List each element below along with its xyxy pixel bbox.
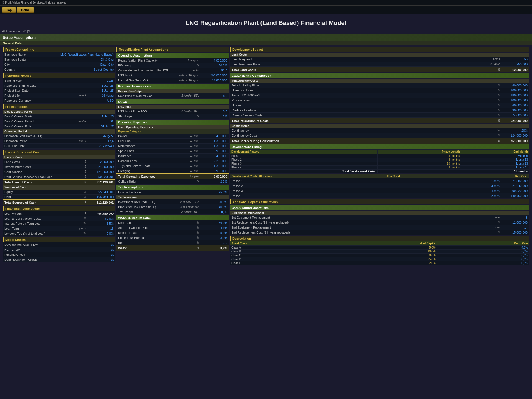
contigencies-label: Contigencies xyxy=(4,170,64,173)
business-sector-row: Business Sector Oil & Gas xyxy=(3,57,115,62)
conversion-value: 52,0 xyxy=(200,69,227,72)
second-replacement-cost-row: 2nd Replacement Cost ($ in year replaced… xyxy=(230,230,529,235)
asset-col-header: Asset Class xyxy=(230,241,334,246)
operation-period-label: Operation Period xyxy=(4,139,64,143)
equity-label: Equity xyxy=(4,190,64,194)
reporting-start-value: 1-Jan-25 xyxy=(86,84,114,87)
phase3-label: Phase 3 xyxy=(230,162,378,166)
shrinkage-unit: % xyxy=(177,115,200,118)
class-d-rate: 8,0% xyxy=(437,257,529,261)
interest-rate-value: 5,5% xyxy=(86,222,114,225)
debt-service-label: Debt Service Reserve & Loan Fees xyxy=(4,175,64,178)
loan-to-construction-unit: % xyxy=(64,217,86,220)
top-button[interactable]: Top xyxy=(2,7,16,13)
maintenance-label: Maintenance xyxy=(118,144,177,148)
regasification-header: Regasification Plant Assumptions xyxy=(116,47,229,52)
second-replacement-cost-label: 2nd Replacement Cost ($ in year replaced… xyxy=(232,231,478,234)
tax-credits-unit: $ / million BTU xyxy=(177,210,200,213)
loan-to-construction-row: Loan to Construction Costs % 60,0% xyxy=(3,216,115,221)
alloc-phase4-row: Phase 4 20,0% 149.760.000 xyxy=(230,193,529,198)
after-tax-unit: % xyxy=(177,226,200,229)
copyright-text: © Profit Vision Financial Services. All … xyxy=(2,1,67,4)
business-sector-label: Business Sector xyxy=(4,58,86,61)
table-row: Class A 5,0% 4,0% xyxy=(230,246,529,250)
project-life-select[interactable]: select xyxy=(64,94,86,97)
dev-constr-period-value: 31 xyxy=(86,120,114,123)
class-c-rate: 6,0% xyxy=(437,254,529,257)
maintenance-value: 1.350.000 xyxy=(200,144,227,148)
harbour-fees-unit: $ / year xyxy=(177,159,200,162)
reporting-start-row: Reporting Starting Date 1-Jan-25 xyxy=(3,83,115,88)
first-replacement-unit: year xyxy=(478,216,500,219)
natural-gas-unit: million BTU/year xyxy=(177,79,200,82)
cod-end-label: COD End Date xyxy=(4,144,86,148)
debt-value: 456.780.000 xyxy=(86,195,114,199)
total-sources-value: 812.120.901 xyxy=(86,201,114,204)
total-uses-label: Total Uses of Cash xyxy=(4,181,64,184)
opex-inflation-label: OpEx Inflation xyxy=(118,180,177,183)
contigencies-value: 124.800.000 xyxy=(86,170,114,173)
itc-unit: % of Dev. Costs xyxy=(177,200,200,203)
tax-credits-value: 0,02 xyxy=(200,210,227,214)
contigencies-row: Contigencies $ 124.800.000 xyxy=(3,169,115,174)
total-land-unit: $ xyxy=(478,68,500,71)
home-button[interactable]: Home xyxy=(17,7,34,13)
ncf-value: ok xyxy=(86,248,114,251)
lng-price-label: LNG Input Price FOB xyxy=(118,110,177,113)
sale-price-value: 8,0 xyxy=(200,94,227,98)
equity-unit: $ xyxy=(64,190,86,193)
starting-year-value: 2025 xyxy=(86,79,114,82)
dev-cashflow-row: Development Cash Flow ok xyxy=(3,242,115,247)
equity-risk-value: 8,0% xyxy=(200,236,227,239)
process-label: Process Plant xyxy=(232,99,478,102)
payroll-unit: $ / year xyxy=(177,134,200,137)
table-row: Phase 4 8 months Month 31 xyxy=(230,166,529,170)
loan-amount-value: 456.780.000 xyxy=(86,212,114,215)
operation-start-row: Operation Start Date (COD) 1-Aug-27 xyxy=(3,134,115,139)
business-name-row: Business Name LNG Regasification Plant (… xyxy=(3,52,115,57)
process-value: 100.000.000 xyxy=(500,99,528,102)
dev-constr-starts-row: Dev. & Constr. Starts 1-Jan-25 xyxy=(3,114,115,119)
country-value: Select Country xyxy=(86,68,114,71)
first-replacement-cost-label: 1st Replacement Cost ($ in year replaced… xyxy=(232,221,478,224)
total-dev-label: Total Development Period xyxy=(230,170,378,173)
total-dev-value: 31 months xyxy=(378,170,529,173)
land-required-value: 50 xyxy=(500,58,528,61)
land-costs-header: Land Costs xyxy=(230,53,529,57)
alloc-phase3-row: Phase 3 40,0% 299.520.000 xyxy=(230,188,529,193)
development-budget-header: Development Budget xyxy=(230,47,529,52)
efficiency-row: Efficiency % 60,0% xyxy=(116,63,229,68)
phase-length-col-header: Phase Length xyxy=(378,150,461,154)
onshore-value: 30.000.000 xyxy=(500,109,528,112)
conversion-label: Conversion million tons to million BTU xyxy=(118,69,177,72)
contingency-costs-label: Contingency Costs xyxy=(232,134,478,137)
infra-costs-label: Infrastructure Costs xyxy=(4,165,64,168)
process-unit: $ xyxy=(478,99,500,102)
phase2-label: Phase 2 xyxy=(230,158,378,162)
ptc-value: 40,0% xyxy=(200,205,227,209)
operation-period-unit: years xyxy=(64,139,86,142)
class-d-pct: 25,0% xyxy=(334,257,437,261)
owners-value: 74.000.000 xyxy=(500,114,528,117)
utilities-unit: $ xyxy=(478,104,500,107)
payroll-label: Payroll xyxy=(118,134,177,138)
project-life-value: 16 Years xyxy=(86,94,114,97)
funding-label: Funding Check xyxy=(4,253,86,256)
debt-service-unit: $ xyxy=(64,175,86,178)
opex-inflation-row: OpEx Inflation % 2,5% xyxy=(116,179,229,184)
harbour-fees-value: 2.250.000 xyxy=(200,159,227,163)
utilities-label: Utilities xyxy=(232,104,478,107)
efficiency-value: 60,0% xyxy=(200,64,227,67)
alloc-phase3-pct: 40,0% xyxy=(478,189,500,193)
project-periods-header: Project Periods xyxy=(3,104,115,109)
contingency-costs-value: 124.800.000 xyxy=(500,134,528,137)
table-row: Class E 52,0% 10,0% xyxy=(230,261,529,265)
ncf-label: NCF Check xyxy=(4,248,86,251)
total-opex-label: Total Operating Expenses xyxy=(118,175,177,178)
first-replacement-value: 8 xyxy=(500,216,528,219)
loan-amount-row: Loan Amount $ 456.780.000 xyxy=(3,211,115,216)
setup-assumptions-header: Setup Assumptions xyxy=(0,34,532,41)
city-row: City Enter City xyxy=(3,62,115,67)
income-tax-value: 25,0% xyxy=(200,191,227,194)
model-checks-header: Model Checks xyxy=(3,237,115,242)
